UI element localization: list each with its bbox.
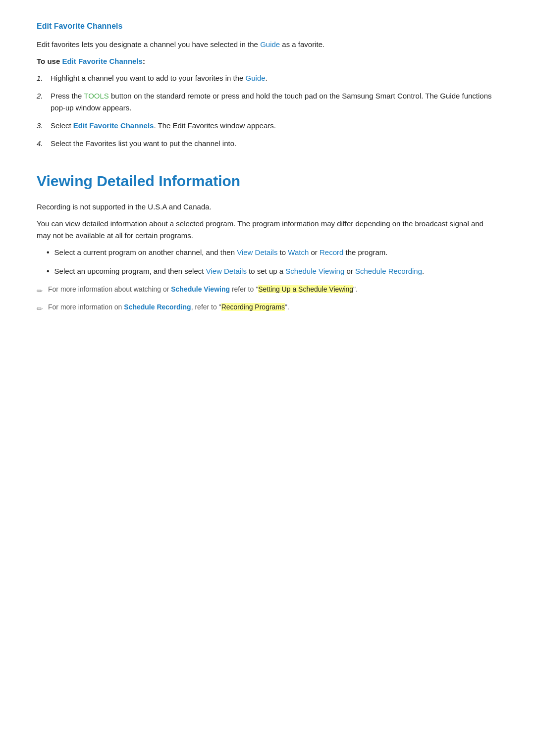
step-3-num: 3.	[37, 120, 51, 132]
recording-programs-link: Recording Programs	[221, 303, 285, 311]
section1-intro: Edit favorites lets you designate a chan…	[37, 39, 498, 50]
section2-para2: You can view detailed information about …	[37, 218, 498, 242]
pencil-icon-2: ✏	[37, 303, 43, 315]
note-2: ✏ For more information on Schedule Recor…	[37, 302, 498, 315]
bullet-list: Select a current program on another chan…	[37, 247, 498, 277]
note-1-text: For more information about watching or S…	[48, 284, 358, 295]
setting-up-schedule-viewing-link: Setting Up a Schedule Viewing	[258, 285, 353, 293]
step-4-content: Select the Favorites list you want to pu…	[51, 138, 498, 150]
section1-intro-text: Edit favorites lets you designate a chan…	[37, 40, 260, 49]
record-link[interactable]: Record	[320, 248, 343, 256]
step-1-num: 1.	[37, 72, 51, 84]
pencil-icon-1: ✏	[37, 285, 43, 297]
schedule-viewing-link-1[interactable]: Schedule Viewing	[285, 267, 344, 275]
section1-to-use: To use Edit Favorite Channels:	[37, 55, 498, 67]
edit-favorite-channels-link-touse[interactable]: Edit Favorite Channels	[62, 57, 143, 65]
section1-intro-end: as a favorite.	[280, 40, 324, 49]
watch-link[interactable]: Watch	[288, 248, 309, 256]
to-use-label: To use	[37, 57, 62, 65]
section1-title: Edit Favorite Channels	[37, 20, 498, 33]
schedule-recording-link-note2[interactable]: Schedule Recording	[124, 303, 191, 311]
bullet-1-content: Select a current program on another chan…	[54, 247, 388, 258]
edit-favorite-channels-section: Edit Favorite Channels Edit favorites le…	[37, 20, 498, 150]
section2-para1: Recording is not supported in the U.S.A …	[37, 201, 498, 213]
step-1-content: Highlight a channel you want to add to y…	[51, 72, 498, 84]
step-4: 4. Select the Favorites list you want to…	[37, 138, 498, 150]
step-2-num: 2.	[37, 90, 51, 102]
steps-list: 1. Highlight a channel you want to add t…	[37, 72, 498, 150]
section2-title: Viewing Detailed Information	[37, 169, 498, 193]
step-3: 3. Select Edit Favorite Channels. The Ed…	[37, 120, 498, 132]
view-details-link-1[interactable]: View Details	[237, 248, 277, 256]
bullet-1: Select a current program on another chan…	[47, 247, 498, 258]
guide-link-step1[interactable]: Guide	[246, 74, 266, 82]
note-1: ✏ For more information about watching or…	[37, 284, 498, 297]
step-3-content: Select Edit Favorite Channels. The Edit …	[51, 120, 498, 132]
to-use-colon: :	[143, 57, 145, 65]
tools-link[interactable]: TOOLS	[84, 92, 109, 100]
bullet-2: Select an upcoming program, and then sel…	[47, 265, 498, 277]
step-2-content: Press the TOOLS button on the standard r…	[51, 90, 498, 114]
step-4-num: 4.	[37, 138, 51, 150]
schedule-recording-link-1[interactable]: Schedule Recording	[355, 267, 422, 275]
note-2-text: For more information on Schedule Recordi…	[48, 302, 289, 312]
step-1: 1. Highlight a channel you want to add t…	[37, 72, 498, 84]
edit-favorite-channels-link-step3[interactable]: Edit Favorite Channels	[73, 121, 154, 130]
view-details-link-2[interactable]: View Details	[206, 267, 247, 275]
step-2: 2. Press the TOOLS button on the standar…	[37, 90, 498, 114]
bullet-2-content: Select an upcoming program, and then sel…	[54, 265, 425, 277]
schedule-viewing-link-note1[interactable]: Schedule Viewing	[171, 285, 230, 293]
guide-link-1[interactable]: Guide	[260, 40, 280, 49]
viewing-detailed-info-section: Viewing Detailed Information Recording i…	[37, 169, 498, 315]
